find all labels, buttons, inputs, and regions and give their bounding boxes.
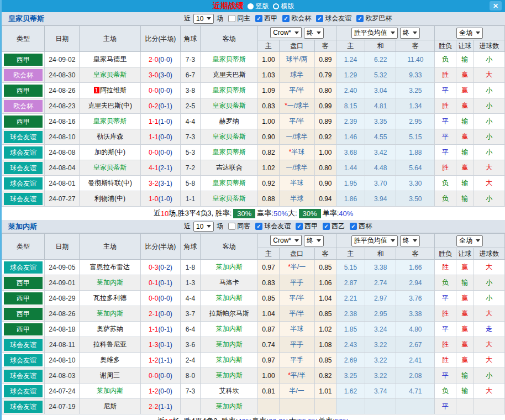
close-button[interactable]: ✕ [490, 1, 502, 11]
summary-text: 单率: [318, 416, 335, 420]
result-cell: 平 [435, 291, 456, 306]
home-team-cell: 拉科鲁尼亚 [80, 337, 140, 353]
avg-select[interactable]: 胜平负均值 [351, 235, 398, 246]
handicap-cell: 半球 [279, 322, 314, 337]
corner-cell: 5-8 [180, 176, 200, 191]
home-team-cell: 加的斯(中) [80, 145, 140, 160]
scope-select-value: 全场 [459, 28, 472, 38]
match-date-cell: 24-08-23 [45, 98, 80, 114]
odds-time-select[interactable]: 终 [304, 235, 324, 246]
league-filter-checkbox[interactable] [350, 223, 357, 230]
column-header-type: 类型 [2, 234, 45, 260]
odds-company-select[interactable]: Crow* [270, 27, 302, 38]
match-count-select[interactable]: 10 [193, 14, 214, 24]
halftime-score: (0-0) [158, 149, 172, 156]
score-cell: 2-2(1-1) [140, 399, 180, 414]
odds-time-select[interactable]: 终 [304, 28, 324, 39]
handicap-value: 球半/两 [286, 55, 307, 63]
match-row: 球会友谊24-08-11拉科鲁尼亚1-3(0-1)3-6莱加内斯0.74平手1.… [2, 337, 505, 353]
halftime-score: (0-1) [158, 279, 172, 287]
handicap-result-cell: 赢 [456, 306, 474, 322]
avg-time-select[interactable]: 终 [400, 28, 420, 39]
same-venue-checkbox[interactable] [228, 15, 235, 22]
avg-sub-header: 主 [336, 40, 365, 52]
away-odds-cell [314, 399, 336, 414]
away-team-cell: 吉达联合 [201, 160, 258, 176]
league-filter-checkbox[interactable] [323, 223, 330, 230]
layout-option-selected[interactable]: 竖版 [248, 2, 269, 11]
handicap-value: 半球 [290, 179, 303, 187]
summary-text: 单率: [323, 208, 339, 218]
away-team-cell: 莱加内斯 [201, 291, 258, 306]
league-filter-checkbox[interactable] [296, 223, 303, 230]
radio-icon[interactable] [273, 3, 279, 9]
odds-company-select-value: Crow* [273, 237, 291, 244]
match-type-cell: 球会友谊 [2, 337, 45, 353]
handicap-value: 半/一 [289, 387, 304, 395]
team-section: 皇家贝蒂斯近10场同主西甲欧会杯球会友谊欧罗巴杯类型日期主场比分(半场)角球客场… [2, 12, 505, 220]
league-filter-checkbox[interactable] [255, 15, 262, 22]
match-date-cell: 24-08-10 [45, 129, 80, 145]
home-team-cell: 富恩拉布雷达 [80, 260, 140, 275]
avg-home-cell: 8.15 [336, 98, 365, 114]
match-count-select[interactable]: 10 [193, 222, 214, 232]
league-filter-checkbox[interactable] [255, 223, 262, 230]
avg-time-select[interactable]: 终 [400, 235, 420, 246]
away-team-name: 皇家贝蒂斯 [213, 195, 246, 202]
scope-select[interactable]: 全场 [456, 28, 483, 39]
corner-score: 4-4 [186, 118, 195, 125]
corner-cell: 7-3 [180, 52, 200, 67]
avg-draw-cell [365, 399, 396, 414]
home-odds-cell: 1.09 [258, 83, 279, 98]
away-team-cell: 皇家贝蒂斯 [201, 176, 258, 191]
corner-score: 5-3 [186, 149, 195, 156]
league-filter-checkbox[interactable] [282, 15, 290, 22]
halftime-score: (1-0) [158, 118, 172, 125]
matches-table: 类型日期主场比分(半场)角球客场Crow*终胜平负均值终全场主盘口客主和客胜负让… [2, 25, 505, 207]
avg-away-cell: 1.66 [396, 260, 435, 275]
avg-select-value: 胜平负均值 [354, 28, 387, 38]
home-team-cell: 皇家贝蒂斯 [80, 114, 140, 129]
corner-score: 2-5 [186, 102, 195, 110]
avg-away-cell: 2.67 [396, 337, 435, 353]
home-odds-cell: 0.97 [258, 353, 279, 368]
result-cell: 负 [435, 275, 456, 291]
away-odds-cell: 1.00 [314, 145, 336, 160]
avg-select[interactable]: 胜平负均值 [351, 28, 398, 39]
odds-company-select[interactable]: Crow* [270, 235, 302, 246]
score-cell: 1-1(1-0) [140, 114, 180, 129]
away-team-cell: 克里夫巴斯 [201, 67, 258, 83]
avg-home-cell: 3.68 [336, 145, 365, 160]
avg-draw-cell: 3.74 [365, 384, 396, 399]
team-name: 皇家贝蒂斯 [8, 14, 184, 24]
team-section-header: 莱加内斯近10场同客球会友谊西甲西乙西杯 [2, 220, 505, 233]
layout-option-unselected[interactable]: 横版 [273, 2, 294, 11]
avg-home-cell: 3.25 [336, 368, 365, 384]
odds-time-select-value: 终 [307, 28, 313, 38]
match-date: 24-08-23 [49, 102, 75, 110]
league-filter-checkbox[interactable] [316, 15, 323, 22]
league-filter-checkbox[interactable] [356, 15, 364, 22]
score-cell: 0-0(0-0) [140, 368, 180, 384]
score-cell: 1-0(1-0) [140, 191, 180, 207]
fulltime-score: 1-1 [149, 326, 158, 333]
corner-score: 5-8 [186, 180, 195, 187]
away-odds-cell: 1.02 [314, 322, 336, 337]
summary-text: 近 [157, 416, 165, 420]
away-odds-cell: 0.85 [314, 353, 336, 368]
away-odds-cell: 0.85 [314, 306, 336, 322]
fulltime-score: 2-1 [149, 310, 158, 318]
goals-result-cell: 大 [474, 337, 504, 353]
summary-text: 赢率: [257, 208, 273, 218]
scope-select[interactable]: 全场 [456, 235, 483, 246]
match-row: 西甲24-09-02皇家马德里2-0(0-0)7-3皇家贝蒂斯1.00球半/两0… [2, 52, 505, 67]
away-odds-cell: 1.08 [314, 337, 336, 353]
avg-home-cell: 1.62 [336, 384, 365, 399]
same-venue-checkbox[interactable] [228, 223, 235, 230]
goals-result-cell: 大 [474, 353, 504, 368]
league-type-badge: 球会友谊 [4, 261, 43, 274]
result-sub-header: 胜负 [435, 40, 456, 52]
radio-icon[interactable] [248, 3, 254, 9]
avg-home-cell: 5.15 [336, 260, 365, 275]
league-type-badge: 球会友谊 [4, 339, 43, 351]
